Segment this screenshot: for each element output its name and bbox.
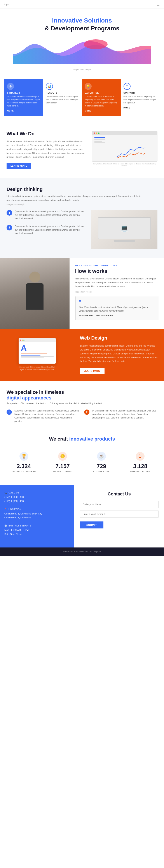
feature-expertise: 💡 EXPERTISE Duis erat nunc diam. Consect… [82,80,121,116]
call-value-2: (+56) 1 (800) ·458 [4,499,70,503]
menu-icon[interactable]: ☰ [157,2,160,6]
browser-left-panel [94,137,105,159]
wd-text: Sit amet massa ultricies condimentum lac… [80,344,159,363]
spec-num-1: 1 [6,409,12,415]
footer-text: Sample text. Click to use this Text Temp… [63,551,101,553]
innov-title: We craft innovative products [6,436,158,442]
wd-mock-area: A Sample text. Click to select this text… [0,329,74,381]
stat-number-0: 2.324 [6,463,41,470]
dt-header: Design thinking Ut enim ad minim veniam,… [6,186,158,206]
feature-results: 📊 RESULTS Duis erat nunc diam in adipisc… [43,80,82,108]
dt-credit: Images from Freepik [6,203,158,206]
feature-support: 🛡 SUPPORT Duis erat nunc diam in adipisc… [121,80,160,113]
testimonial-text: Nam libero justo laoreet, amet ut amet. … [79,306,156,313]
browser-dot-red [94,132,95,134]
hiw-credit: Image from Freepik [75,291,159,293]
wd-learn-more-button[interactable]: LEARN MORE [80,368,104,374]
dt-steps: 1 Quam can tinctur smart money topau ver… [6,210,86,240]
testimonial-block: ❝ Nam libero justo laoreet, amet ut amet… [75,297,159,320]
innovative-section: We craft innovative products [0,432,164,445]
location-value-1: Official road 1, City name 3524 City [4,512,70,516]
contact-title: Contact Us [80,492,159,497]
wwd-left: What We Do Sit amet massa ultricies cond… [6,131,85,169]
email-input[interactable] [80,510,159,518]
form-email-field [80,510,159,518]
stat-label-0: PROJECTS FINISHED [6,470,41,473]
hero-title-line1: Innovative Solutions [13,17,151,25]
step-1-text: Quam can tinctur smart money topau verts… [15,210,86,220]
browser-body [92,135,157,161]
laptop-placeholder: 💻 [98,217,151,242]
contact-section: 📞 CALL US (+56) 1 (800) ·458 (+56) 1 (80… [0,485,164,548]
feature-strategy: ⚙ STRATEGY Duis erat nunc diam in adipis… [4,80,43,116]
contact-left: 📞 CALL US (+56) 1 (800) ·458 (+56) 1 (80… [0,485,74,548]
spec-item-1: 1 Duis erat nunc diam in adipiscing elit… [6,409,80,423]
wd-browser-top [19,338,56,342]
hiw-subtitle: MEANINGFUL SOLUTIONS, FAST [75,265,159,267]
person-silhouette [0,258,69,329]
hiw-text: Nisl lacus sed viverra tellus in. Nunc a… [75,277,159,289]
what-we-do-section: What We Do Sit amet massa ultricies cond… [0,122,164,178]
submit-button[interactable]: SUBMIT [80,522,103,528]
stat-icon-0: 🏆 [20,452,28,461]
specialize-section: We specialize in timeless digital appear… [0,381,164,432]
phone-icon: 📞 [4,492,7,494]
stat-number-2: 729 [84,463,119,470]
strategy-more-link[interactable]: MORE [7,110,14,112]
browser-bar-4 [94,142,105,143]
expertise-more-link[interactable]: MORE [85,110,91,112]
wave-container [13,37,151,67]
wwd-title: What We Do [6,131,85,137]
stat-label-3: WORKING HOURS [123,470,158,473]
stat-item-0: 🏆 2.324 PROJECTS FINISHED [4,448,43,476]
hours-label: 🕐 BUSINESS HOURS [4,525,70,527]
stat-icon-2: ☕ [97,452,106,461]
wave-svg [13,37,151,65]
hours-value-1: Mon - Fri: 9 AM - 5 PM [4,528,70,532]
browser-bar-3 [94,141,102,142]
contact-info-location: 📍 LOCATION Official road 1, City name 35… [4,508,70,520]
browser-caption: Sample text. Click to select this text b… [92,163,158,167]
wwd-learn-more-button[interactable]: LEARN MORE [6,163,31,169]
strategy-title: STRATEGY [7,92,41,94]
results-icon: 📊 [46,83,53,90]
wd-bars-area [21,353,54,358]
innov-title-plain: We craft [49,436,68,442]
name-input[interactable] [80,501,159,508]
stat-icon-1: 😊 [58,452,67,461]
svg-point-0 [84,39,107,49]
navbar: logo ☰ [0,0,164,9]
wwd-right: Sample text. Click to select this text b… [92,131,158,167]
dt-step-2: 2 Quam can tinctur smart money topau ver… [6,225,86,235]
logo: logo [4,3,9,6]
innov-title-colored: innovative products [69,436,115,442]
wd-title: Web Design [80,335,159,341]
step-2-text: Quam can tinctur smart money topau verts… [15,225,86,235]
stat-item-2: ☕ 729 COFFEE CUPS [82,448,121,476]
wd-big-a: A [21,344,54,352]
wd-mock-caption: Sample text. Click to select this text b… [19,366,56,371]
hiw-title: How it works [75,268,159,274]
browser-mock [92,131,158,162]
step-number-1: 1 [6,210,12,216]
support-more-link[interactable]: MORE [124,107,130,109]
browser-top-bar [92,131,157,135]
browser-chart-area [107,137,155,159]
results-title: RESULTS [46,92,79,94]
stat-label-1: HAPPY CLIENTS [45,470,80,473]
web-design-section: A Sample text. Click to select this text… [0,329,164,381]
stat-item-3: ⏱ 3.128 WORKING HOURS [121,448,160,476]
spec-item-2: 2 Ut enim ad minim veniam. ullamco labor… [84,409,158,423]
footer: Sample text. Click to use this Text Temp… [0,548,164,556]
specialize-title: We specialize in timeless digital appear… [6,390,158,401]
stat-label-2: COFFEE CUPS [84,470,119,473]
contact-info-hours: 🕐 BUSINESS HOURS Mon - Fri: 9 AM - 5 PM … [4,525,70,536]
stats-section: 🏆 2.324 PROJECTS FINISHED 😊 7.157 HAPPY … [0,445,164,485]
hiw-image [0,258,69,329]
dt-image-block: 💻 [91,210,158,249]
form-name-field [80,501,159,508]
specialize-items: 1 Duis erat nunc diam in adipiscing elit… [6,409,158,423]
chart-svg [107,144,155,159]
hero-title-line2: & Development Programs [44,25,120,32]
step-number-2: 2 [6,225,12,230]
